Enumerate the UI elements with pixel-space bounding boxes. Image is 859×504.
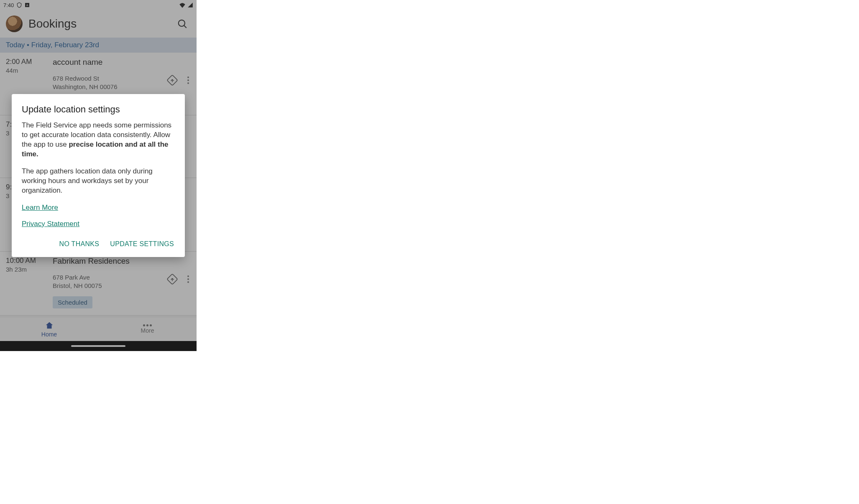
location-settings-dialog: Update location settings The Field Servi… xyxy=(12,94,185,257)
no-thanks-button[interactable]: NO THANKS xyxy=(59,237,100,251)
dialog-actions: NO THANKS UPDATE SETTINGS xyxy=(22,237,175,251)
dialog-paragraph-2: The app gathers location data only durin… xyxy=(22,167,175,196)
dialog-title: Update location settings xyxy=(22,104,175,115)
learn-more-link[interactable]: Learn More xyxy=(22,203,58,213)
update-settings-button[interactable]: UPDATE SETTINGS xyxy=(109,237,175,251)
dialog-paragraph-1: The Field Service app needs some permiss… xyxy=(22,121,175,159)
phone-frame: 7:40 A Bookings Today • Friday, February… xyxy=(0,0,197,351)
privacy-statement-link[interactable]: Privacy Statement xyxy=(22,219,79,229)
dialog-body: The Field Service app needs some permiss… xyxy=(22,121,175,235)
